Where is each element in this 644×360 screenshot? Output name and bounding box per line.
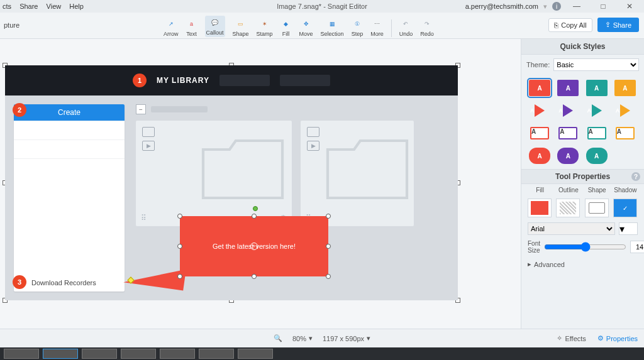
list-item[interactable] [14, 121, 125, 139]
share-icon: ⇪ [605, 21, 611, 29]
thumbnail[interactable] [160, 349, 195, 359]
tool-move[interactable]: ✥Move [299, 18, 313, 37]
callout-icon: 💬 [209, 17, 221, 28]
menu-item[interactable]: View [47, 3, 62, 10]
fill-swatch[interactable] [528, 199, 552, 217]
style-swatch-box[interactable]: A [557, 125, 579, 141]
prop-label: Outline [556, 187, 580, 194]
effects-button[interactable]: ✧Effects [557, 334, 586, 342]
object-handle[interactable] [177, 274, 182, 279]
minimize-button[interactable]: — [566, 1, 587, 12]
zoom-level[interactable]: 80% ▾ [292, 334, 313, 342]
font-select[interactable]: Arial [528, 222, 615, 235]
canvas-area[interactable]: 1 MY LIBRARY 2 Create [0, 39, 521, 329]
thumbnail[interactable] [199, 349, 234, 359]
tool-selection[interactable]: ▦Selection [321, 18, 344, 37]
download-recorders[interactable]: 3 Download Recorders [14, 274, 125, 292]
big-folder-icon [199, 132, 287, 201]
style-swatch-arrow[interactable]: A [529, 102, 550, 119]
move-icon: ✥ [301, 18, 312, 30]
style-swatch[interactable]: A [586, 80, 608, 96]
list-item[interactable] [14, 158, 125, 177]
outline-swatch[interactable] [556, 199, 580, 217]
object-handle[interactable] [252, 274, 257, 279]
thumbnail[interactable] [238, 349, 273, 359]
canvas-dimensions[interactable]: 1197 x 590px ▾ [323, 334, 370, 342]
style-swatch-pill[interactable]: A [529, 148, 550, 164]
maximize-button[interactable]: □ [592, 1, 614, 12]
menu-item[interactable]: Help [69, 3, 84, 10]
callout-box[interactable]: Get the latest version here! + [180, 216, 328, 276]
tool-redo[interactable]: ↷Redo [420, 18, 434, 37]
prop-label: Shadow [613, 187, 638, 194]
arrow-icon: ↗ [165, 18, 177, 30]
style-swatch[interactable]: A [529, 80, 550, 96]
style-swatch-pill[interactable]: A [557, 148, 579, 164]
list-item[interactable] [14, 139, 125, 158]
object-handle[interactable] [326, 274, 331, 279]
thumbnail[interactable] [121, 349, 156, 359]
tool-stamp[interactable]: ✶Stamp [257, 18, 273, 37]
fontsize-value[interactable] [630, 241, 644, 253]
tool-group: ↗Arrow aText 💬Callout ▭Shape ✶Stamp ◆Fil… [164, 16, 434, 37]
style-swatch-pill[interactable]: A [586, 148, 608, 164]
help-icon[interactable]: ? [631, 172, 640, 181]
menu-item[interactable]: Share [19, 3, 38, 10]
thumbnail[interactable] [4, 349, 39, 359]
search-icon[interactable]: 🔍 [274, 334, 282, 342]
create-button[interactable]: 2 Create [14, 104, 125, 121]
window-title: Image 7.snag* - Snagit Editor [277, 3, 367, 10]
tool-arrow[interactable]: ↗Arrow [164, 18, 179, 37]
style-swatch-arrow[interactable]: A [614, 102, 636, 119]
style-swatch-box[interactable]: A [614, 125, 636, 141]
style-swatch-arrow[interactable]: A [557, 102, 579, 119]
selection-icon: ▦ [326, 18, 338, 30]
copy-all-button[interactable]: ⎘Copy All [548, 18, 592, 32]
advanced-toggle[interactable]: ▸ Advanced [521, 256, 644, 272]
object-handle[interactable] [177, 244, 182, 249]
library-title: MY LIBRARY [157, 76, 209, 85]
shadow-toggle[interactable]: ✓ [613, 199, 637, 217]
style-swatch[interactable]: A [614, 80, 636, 96]
tool-callout[interactable]: 💬Callout [205, 16, 225, 37]
tool-shape[interactable]: ▭Shape [233, 18, 249, 37]
rotation-handle[interactable] [253, 206, 258, 211]
drag-icon[interactable]: ⠿ [141, 214, 147, 222]
tool-step[interactable]: ①Step [352, 18, 364, 37]
tool-fill[interactable]: ◆Fill [280, 18, 292, 37]
fontsize-slider[interactable] [544, 241, 626, 253]
info-icon[interactable]: i [552, 2, 561, 11]
folder-card[interactable]: ▶ ⠿⚙ [136, 121, 292, 226]
style-swatch-box[interactable]: A [529, 125, 550, 141]
object-handle[interactable] [326, 244, 331, 249]
shape-icon: ▭ [235, 18, 247, 30]
menu-item[interactable]: cts [3, 3, 11, 10]
object-handle[interactable] [177, 214, 182, 219]
properties-button[interactable]: ⚙Properties [597, 334, 638, 342]
theme-select[interactable]: Basic [553, 58, 639, 71]
object-handle[interactable] [252, 214, 257, 219]
object-handle[interactable] [326, 214, 331, 219]
thumbnail[interactable] [82, 349, 117, 359]
thumbnail[interactable] [43, 349, 78, 359]
capture-label[interactable]: pture [4, 21, 19, 29]
section-label [151, 106, 208, 112]
font-color[interactable]: ▾ [619, 222, 638, 235]
dropdown-icon[interactable]: ▾ [543, 3, 547, 11]
quick-styles-heading: Quick Styles [521, 39, 644, 55]
share-button[interactable]: ⇪Share [597, 18, 639, 32]
tool-text[interactable]: aText [186, 18, 197, 37]
folder-card[interactable]: ▶ ⠿ [301, 121, 414, 226]
close-button[interactable]: ✕ [619, 1, 640, 12]
style-swatch-box[interactable]: A [586, 125, 608, 141]
style-swatch-arrow[interactable]: A [586, 102, 608, 119]
chevron-right-icon: ▸ [528, 260, 531, 268]
fontsize-label: Font Size [528, 240, 540, 254]
tool-undo[interactable]: ↶Undo [399, 18, 413, 37]
shape-swatch[interactable] [585, 199, 609, 217]
thumbnail-tray[interactable] [0, 347, 644, 360]
collapse-toggle[interactable]: − [136, 104, 146, 114]
style-swatch[interactable]: A [557, 80, 579, 96]
tool-more[interactable]: ⋯More [370, 18, 384, 37]
user-email[interactable]: a.perry@techsmith.com [465, 3, 538, 10]
